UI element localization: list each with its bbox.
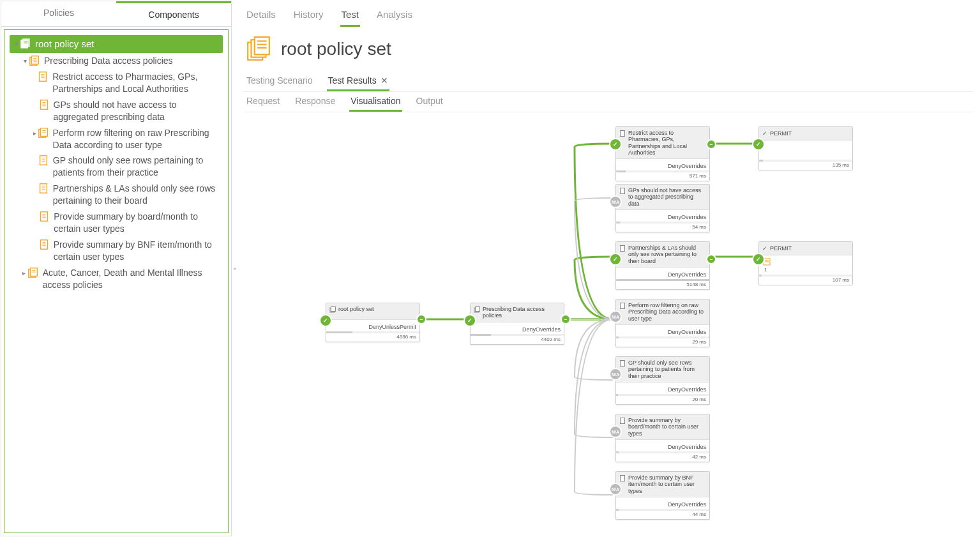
policy-set-icon: [474, 306, 480, 313]
node-title: Prescribing Data access policies: [483, 306, 561, 319]
page-title: root policy set: [281, 39, 391, 59]
title-row: root policy set: [243, 27, 974, 72]
tree-item-label: Provide summary by board/month to certai…: [54, 211, 222, 235]
node-algo: DenyOverrides: [616, 440, 709, 451]
node-permit[interactable]: ✓PERMIT 135 ms: [758, 126, 853, 170]
chevron-down-icon[interactable]: ▾: [12, 40, 20, 47]
tree-item[interactable]: Partnerships & LAs should only see rows …: [10, 181, 223, 209]
tab-history[interactable]: History: [292, 6, 325, 27]
node-board-month[interactable]: Provide summary by board/month to certai…: [615, 414, 710, 462]
tree-group-prescribing[interactable]: ▾ Prescribing Data access policies: [10, 53, 223, 69]
tree-item[interactable]: Restrict access to Pharmacies, GPs, Part…: [10, 69, 223, 97]
expand-icon[interactable]: −: [707, 255, 715, 263]
node-partnerships-las[interactable]: Partnerships & LAs should only see rows …: [615, 241, 710, 290]
tree-item[interactable]: Provide summary by BNF item/month to cer…: [10, 237, 223, 265]
node-time: 571 ms: [616, 172, 709, 181]
policy-icon: [619, 245, 626, 252]
na-badge: N/A: [610, 312, 621, 322]
svg-rect-57: [621, 476, 625, 481]
tab-test[interactable]: Test: [340, 6, 361, 27]
check-icon: ✓: [753, 139, 764, 149]
tree-item[interactable]: GPs should not have access to aggregated…: [10, 97, 223, 125]
svg-rect-53: [621, 246, 625, 252]
tab-testing-scenario[interactable]: Testing Scenario: [245, 72, 314, 91]
sub-tabs: Testing Scenario Test Results✕: [243, 72, 974, 92]
policy-set-icon: [27, 267, 39, 278]
policy-icon: [619, 360, 626, 367]
svg-rect-25: [40, 184, 47, 193]
check-icon: ✓: [610, 139, 621, 149]
tab-details[interactable]: Details: [245, 6, 277, 27]
node-restrict-access[interactable]: Restrict access to Pharmacies, GPs, Part…: [615, 126, 710, 181]
svg-rect-33: [40, 240, 47, 249]
tree-item[interactable]: ▸Perform row filtering on raw Prescribin…: [10, 125, 223, 153]
policy-set-icon: [20, 38, 31, 49]
sub-sub-tabs: Request Response Visualisation Output: [243, 92, 974, 112]
permit-label: PERMIT: [770, 130, 792, 137]
tab-policies[interactable]: Policies: [1, 1, 116, 26]
check-icon: ✓: [610, 254, 621, 264]
node-gp-patients[interactable]: GP should only see rows pertaining to pa…: [615, 356, 710, 405]
policy-icon: [619, 418, 626, 424]
tab-request[interactable]: Request: [245, 92, 281, 112]
node-root-policy-set[interactable]: root policy set DenyUnlessPermit 4886 ms: [326, 303, 420, 342]
visualisation-canvas[interactable]: root policy set DenyUnlessPermit 4886 ms…: [243, 115, 974, 530]
node-time: 54 ms: [616, 223, 709, 232]
permit-time: 107 ms: [759, 276, 852, 285]
svg-rect-54: [621, 303, 625, 309]
chevron-right-icon[interactable]: ▸: [21, 269, 27, 276]
tab-analysis[interactable]: Analysis: [375, 6, 414, 27]
svg-rect-51: [621, 131, 625, 137]
node-title: root policy set: [338, 306, 374, 312]
node-gps-aggregated[interactable]: GPs should not have access to aggregated…: [615, 184, 710, 232]
node-bnf-month[interactable]: Provide summary by BNF item/month to cer…: [615, 471, 710, 520]
tree-item[interactable]: GP should only see rows pertaining to pa…: [10, 153, 223, 181]
node-permit[interactable]: ✓PERMIT 1 107 ms: [758, 241, 853, 285]
svg-rect-56: [621, 418, 625, 424]
node-algo: DenyOverrides: [616, 159, 709, 170]
expand-icon[interactable]: −: [418, 315, 425, 323]
svg-rect-50: [476, 307, 480, 312]
tab-response[interactable]: Response: [294, 92, 336, 112]
node-time: 4402 ms: [471, 336, 564, 344]
tab-visualisation[interactable]: Visualisation: [349, 92, 402, 112]
main-panel: Details History Test Analysis root polic…: [236, 0, 980, 537]
chevron-down-icon[interactable]: ▾: [21, 57, 29, 64]
node-title: Partnerships & LAs should only see rows …: [628, 245, 706, 264]
node-prescribing-policies[interactable]: Prescribing Data access policies DenyOve…: [470, 303, 564, 345]
svg-rect-21: [40, 156, 47, 165]
node-title: Restrict access to Pharmacies, GPs, Part…: [628, 130, 706, 156]
expand-icon[interactable]: −: [562, 315, 569, 323]
node-algo: DenyOverrides: [616, 210, 709, 222]
top-tabs: Details History Test Analysis: [243, 3, 974, 27]
close-icon[interactable]: ✕: [381, 75, 388, 86]
tree-root[interactable]: ▾ root policy set: [10, 35, 223, 53]
tab-test-results-label: Test Results: [328, 75, 377, 86]
node-algo: DenyOverrides: [616, 268, 709, 279]
policy-set-icon: [29, 55, 40, 66]
policy-icon: [38, 99, 50, 110]
tree-item-label: GPs should not have access to aggregated…: [54, 99, 222, 123]
node-algo: DenyUnlessPermit: [326, 320, 419, 331]
node-time: 4886 ms: [326, 333, 419, 342]
policy-set-icon: [245, 36, 272, 63]
tab-test-results[interactable]: Test Results✕: [327, 72, 389, 91]
tree-item[interactable]: Provide summary by board/month to certai…: [10, 209, 223, 237]
node-time: 20 ms: [616, 396, 709, 404]
chevron-right-icon[interactable]: ▸: [33, 130, 38, 137]
tree-group-label: Acute, Cancer, Death and Mental Illness …: [43, 267, 222, 291]
svg-rect-13: [40, 100, 47, 109]
svg-rect-9: [40, 72, 47, 81]
tab-components[interactable]: Components: [116, 1, 231, 26]
tree-group-acute[interactable]: ▸ Acute, Cancer, Death and Mental Illnes…: [10, 265, 223, 293]
node-row-filtering[interactable]: Perform row filtering on raw Prescribing…: [615, 299, 710, 347]
node-title: Perform row filtering on raw Prescribing…: [628, 302, 706, 322]
tree-root-label: root policy set: [35, 38, 94, 50]
node-time: 29 ms: [616, 338, 709, 347]
tab-output[interactable]: Output: [415, 92, 444, 112]
policy-icon: [38, 211, 50, 222]
splitter-grip-icon: ◂: [233, 266, 236, 271]
policy-tree: ▾ root policy set ▾ Prescribing Data acc…: [4, 29, 229, 533]
node-title: Provide summary by board/month to certai…: [628, 417, 706, 437]
expand-icon[interactable]: −: [707, 140, 715, 148]
